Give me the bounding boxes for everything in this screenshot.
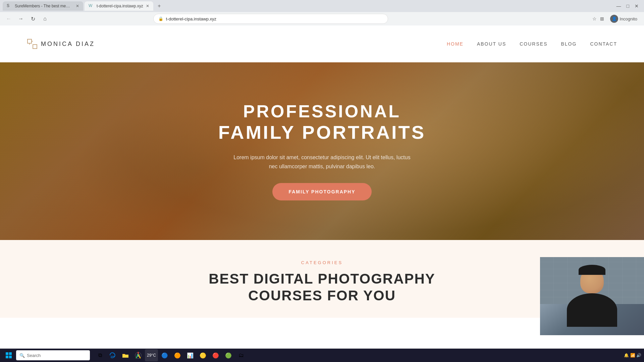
- cta-button[interactable]: FAMILY PHOTOGRAPHY: [272, 183, 371, 200]
- bookmark-icon[interactable]: ☆: [592, 16, 597, 21]
- incognito-icon: 👤: [610, 15, 618, 23]
- taskbar-app-misc1[interactable]: 🔵: [159, 349, 171, 361]
- taskbar-search[interactable]: 🔍 Search: [16, 350, 90, 360]
- tab1-title: SureMembers - The best memb...: [15, 4, 73, 8]
- windows-icon: [5, 352, 12, 359]
- svg-rect-4: [6, 352, 8, 355]
- taskbar-app-misc2[interactable]: 🟠: [171, 349, 183, 361]
- home-button[interactable]: ⌂: [40, 14, 50, 23]
- taskbar-app-misc3[interactable]: 📊: [184, 349, 196, 361]
- taskbar-app-weather[interactable]: 29°C: [145, 349, 158, 361]
- taskbar-app-explorer[interactable]: [119, 349, 131, 361]
- tab2-title: t-dotterel-cipa.instawp.xyz: [97, 4, 143, 8]
- svg-rect-5: [9, 352, 12, 355]
- close-button[interactable]: ✕: [635, 3, 639, 9]
- tab-instawp[interactable]: W t-dotterel-cipa.instawp.xyz ✕: [85, 1, 153, 11]
- system-icons: 🔔 📶 🔊: [624, 353, 641, 358]
- webcam-person: [558, 268, 626, 335]
- new-tab-button[interactable]: +: [155, 1, 164, 11]
- tab2-favicon: W: [89, 3, 94, 9]
- webcam-overlay: [540, 257, 644, 335]
- tab1-close-icon[interactable]: ✕: [76, 4, 79, 8]
- taskbar-app-misc5[interactable]: 🔴: [210, 349, 222, 361]
- taskbar-apps: ⧉ 29°C 🔵 🟠 📊 🟡: [94, 349, 247, 361]
- nav-courses[interactable]: COURSES: [520, 41, 547, 47]
- hero-title-line1: PROFESSIONAL: [218, 102, 426, 121]
- nav-contact[interactable]: CONTACT: [590, 41, 617, 47]
- refresh-button[interactable]: ↻: [28, 14, 38, 23]
- nav-home[interactable]: HOME: [447, 41, 464, 47]
- webcam-background: [540, 257, 644, 335]
- taskbar-app-misc4[interactable]: 🟡: [197, 349, 209, 361]
- site-header: MONICA DIAZ HOME ABOUT US COURSES BLOG C…: [0, 25, 644, 62]
- tab2-close-icon[interactable]: ✕: [146, 4, 149, 8]
- lock-icon: 🔒: [158, 16, 163, 21]
- address-bar: ← → ↻ ⌂ 🔒 t-dotterel-cipa.instawp.xyz ☆ …: [0, 12, 644, 25]
- categories-title-line1: BEST DIGITAL PHOTOGRAPHY: [209, 271, 435, 287]
- taskbar-app-misc6[interactable]: 🟢: [222, 349, 234, 361]
- hero-content: PROFESSIONAL FAMILY PORTRAITS Lorem ipsu…: [218, 102, 426, 201]
- profile-button[interactable]: 👤 Incognito: [607, 13, 640, 24]
- svg-rect-7: [9, 356, 12, 358]
- taskbar-app-chrome[interactable]: [132, 349, 144, 361]
- folder-icon: [122, 352, 129, 359]
- profile-label: Incognito: [620, 16, 637, 21]
- taskbar: 🔍 Search ⧉ 29°C 🔵: [0, 349, 644, 362]
- categories-label: CATEGORIES: [27, 260, 617, 265]
- site-logo[interactable]: MONICA DIAZ: [27, 39, 95, 49]
- taskbar-app-taskview[interactable]: ⧉: [94, 349, 106, 361]
- start-button[interactable]: [3, 349, 15, 361]
- svg-rect-1: [33, 45, 37, 49]
- minimize-button[interactable]: —: [616, 3, 621, 9]
- svg-rect-0: [28, 39, 32, 43]
- logo-icon: [27, 39, 38, 49]
- search-placeholder: Search: [27, 353, 41, 358]
- taskbar-app-edge[interactable]: [107, 349, 119, 361]
- weather-temp: 29°C: [147, 353, 156, 358]
- taskbar-system-tray: 🔔 📶 🔊: [624, 353, 641, 358]
- taskbar-app-misc7[interactable]: 🗂: [235, 349, 247, 361]
- site-navigation: HOME ABOUT US COURSES BLOG CONTACT: [447, 41, 617, 47]
- person-body: [567, 293, 617, 327]
- hero-title-line2: FAMILY PORTRAITS: [218, 121, 426, 143]
- nav-blog[interactable]: BLOG: [561, 41, 577, 47]
- tab1-favicon: S: [7, 3, 12, 9]
- url-bar[interactable]: 🔒 t-dotterel-cipa.instawp.xyz: [153, 14, 388, 24]
- person-head: [580, 268, 604, 293]
- toolbar-right: ☆ ⊞ 👤 Incognito: [592, 13, 640, 24]
- window-controls: — □ ✕: [616, 3, 641, 9]
- browser-chrome: S SureMembers - The best memb... ✕ W t-d…: [0, 0, 644, 25]
- url-text: t-dotterel-cipa.instawp.xyz: [166, 16, 216, 21]
- back-button[interactable]: ←: [4, 14, 13, 23]
- hero-section: PROFESSIONAL FAMILY PORTRAITS Lorem ipsu…: [0, 62, 644, 240]
- nav-about[interactable]: ABOUT US: [477, 41, 506, 47]
- categories-title-line2: COURSES FOR YOU: [248, 288, 396, 303]
- title-bar: S SureMembers - The best memb... ✕ W t-d…: [0, 0, 644, 12]
- search-icon: 🔍: [19, 353, 25, 358]
- categories-title: BEST DIGITAL PHOTOGRAPHY COURSES FOR YOU: [27, 270, 617, 304]
- extensions-icon[interactable]: ⊞: [600, 16, 604, 21]
- tab-surembers[interactable]: S SureMembers - The best memb... ✕: [3, 1, 83, 11]
- logo-name: MONICA DIAZ: [41, 41, 95, 48]
- forward-button[interactable]: →: [16, 14, 25, 23]
- hero-subtitle: Lorem ipsum dolor sit amet, consectetur …: [218, 153, 426, 171]
- website-content: MONICA DIAZ HOME ABOUT US COURSES BLOG C…: [0, 25, 644, 349]
- chrome-icon: [135, 352, 142, 359]
- svg-rect-6: [6, 356, 8, 358]
- maximize-button[interactable]: □: [627, 3, 629, 9]
